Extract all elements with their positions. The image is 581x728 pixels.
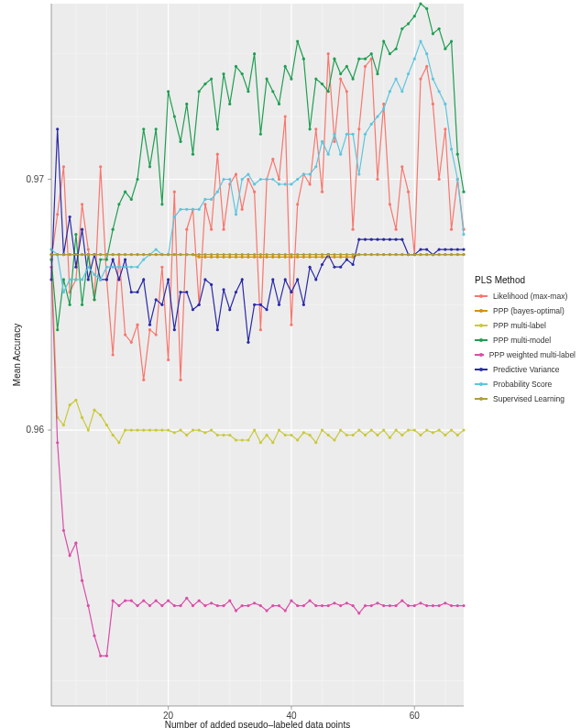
series-point	[222, 253, 225, 256]
series-point	[179, 253, 181, 256]
series-point	[253, 191, 256, 193]
series-point	[357, 428, 360, 431]
series-point	[99, 278, 102, 281]
series-point	[271, 178, 274, 181]
series-point	[167, 428, 170, 431]
series-point	[155, 298, 158, 301]
series-point	[450, 148, 453, 150]
series-point	[87, 604, 90, 607]
series-point	[308, 256, 311, 259]
series-point	[265, 256, 268, 259]
series-point	[425, 253, 428, 256]
series-point	[419, 248, 422, 251]
series-point	[160, 203, 163, 205]
series-point	[112, 434, 115, 436]
series-point	[155, 248, 158, 251]
series-point	[395, 604, 398, 607]
series-point	[93, 634, 95, 637]
series-point	[432, 431, 434, 434]
legend-label: PPP weighted multi-label	[489, 350, 576, 359]
series-point	[62, 165, 65, 168]
series-point	[179, 291, 181, 293]
series-point	[173, 431, 176, 434]
series-point	[339, 77, 342, 80]
series-point	[419, 434, 422, 436]
series-point	[321, 256, 323, 259]
series-point	[456, 253, 459, 256]
series-point	[155, 253, 158, 256]
series-point	[222, 288, 225, 291]
series-point	[444, 434, 446, 436]
series-point	[432, 103, 434, 105]
series-point	[290, 600, 292, 602]
series-point	[228, 308, 231, 311]
series-point	[327, 434, 330, 436]
legend-item: PPP weighted multi-label	[475, 347, 576, 362]
series-point	[376, 253, 378, 256]
series-point	[81, 253, 83, 256]
series-point	[278, 428, 280, 431]
series-point	[265, 434, 268, 436]
series-point	[99, 414, 102, 416]
series-point	[259, 133, 262, 136]
series-point	[413, 58, 416, 61]
series-point	[93, 253, 95, 256]
series-point	[376, 178, 378, 181]
series-point	[259, 253, 262, 256]
series-point	[444, 127, 446, 130]
series-point	[62, 291, 65, 293]
series-point	[210, 601, 213, 604]
series-point	[241, 178, 244, 181]
series-point	[105, 253, 108, 256]
series-point	[296, 203, 299, 205]
series-point	[284, 609, 287, 612]
series-point	[327, 604, 330, 607]
series-point	[321, 140, 323, 143]
series-point	[345, 434, 348, 436]
series-point	[450, 428, 453, 431]
series-point	[62, 529, 65, 532]
series-point	[432, 604, 434, 607]
series-point	[74, 542, 77, 545]
series-point	[314, 127, 317, 130]
series-point	[203, 604, 206, 607]
series-point	[389, 203, 391, 205]
series-point	[160, 428, 163, 431]
series-point	[160, 604, 163, 607]
series-point	[364, 58, 367, 61]
series-point	[339, 256, 342, 259]
series-point	[136, 266, 138, 269]
series-point	[302, 253, 305, 256]
series-point	[81, 579, 83, 582]
series-point	[142, 278, 145, 281]
series-point	[444, 253, 446, 256]
series-point	[117, 203, 120, 205]
legend-label: Probability Score	[493, 380, 552, 389]
series-point	[235, 609, 237, 612]
series-point	[247, 178, 249, 181]
series-point	[253, 253, 256, 256]
series-point	[352, 133, 355, 136]
series-point	[216, 253, 219, 256]
series-point	[425, 248, 428, 251]
series-point	[241, 278, 244, 281]
series-point	[407, 22, 410, 25]
series-point	[438, 90, 441, 93]
series-point	[327, 52, 330, 55]
series-point	[222, 434, 225, 436]
series-point	[228, 600, 231, 602]
series-point	[278, 303, 280, 306]
series-point	[130, 198, 133, 201]
series-point	[112, 600, 115, 602]
series-point	[124, 600, 126, 602]
series-point	[136, 253, 138, 256]
series-point	[192, 208, 194, 211]
series-point	[296, 39, 299, 42]
series-point	[278, 256, 280, 259]
series-point	[308, 434, 311, 436]
series-point	[290, 434, 292, 436]
series-point	[271, 158, 274, 160]
series-point	[438, 28, 441, 30]
series-point	[321, 428, 323, 431]
legend-item: PPP (bayes-optimal)	[475, 303, 576, 318]
